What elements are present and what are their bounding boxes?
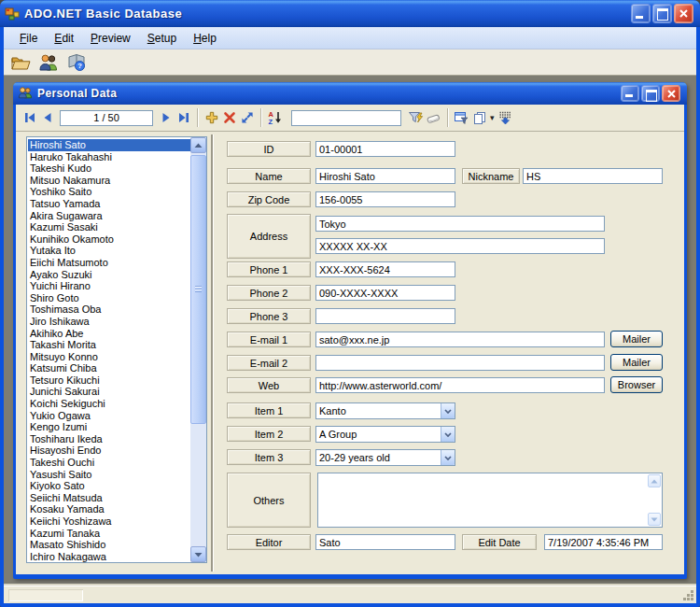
list-item[interactable]: Yasushi Saito xyxy=(28,469,190,481)
maximize-button[interactable] xyxy=(652,4,672,23)
item1-select[interactable]: Kanto xyxy=(315,402,455,419)
list-item[interactable]: Seiichi Matsuda xyxy=(28,492,190,504)
help-book-icon[interactable]: ? xyxy=(65,51,88,74)
main-titlebar: ADO.NET Basic Database xyxy=(0,0,700,27)
list-item[interactable]: Tatsuo Yamada xyxy=(28,198,190,210)
clear-filter-eraser-icon[interactable] xyxy=(425,109,442,127)
list-item[interactable]: Kosaku Yamada xyxy=(28,503,190,515)
open-folder-icon[interactable] xyxy=(9,51,32,74)
add-record-icon[interactable] xyxy=(203,109,220,127)
list-item[interactable]: Kazumi Tanaka xyxy=(28,528,190,540)
last-record-button[interactable] xyxy=(175,109,192,127)
item2-select[interactable]: A Group xyxy=(315,426,455,443)
list-item[interactable]: Yuichi Hirano xyxy=(28,280,190,292)
list-item[interactable]: Takeshi Ouchi xyxy=(28,457,190,469)
phone1-field[interactable] xyxy=(315,261,455,277)
chevron-down-icon[interactable] xyxy=(441,403,455,418)
edit-date-field[interactable] xyxy=(544,534,663,550)
list-item[interactable]: Junichi Sakurai xyxy=(28,386,190,398)
list-item[interactable]: Mitsuo Nakamura xyxy=(28,175,190,187)
email2-field[interactable] xyxy=(315,355,605,371)
browser-button[interactable]: Browser xyxy=(610,376,663,393)
scroll-down-icon[interactable] xyxy=(190,546,206,562)
list-item[interactable]: Haruko Takahashi xyxy=(28,151,190,163)
email1-field[interactable] xyxy=(315,332,605,347)
list-item[interactable]: Jiro Ishikawa xyxy=(28,316,190,328)
others-field[interactable] xyxy=(317,473,663,528)
menu-preview[interactable]: Preview xyxy=(82,29,139,48)
refresh-icon[interactable] xyxy=(238,109,256,127)
scroll-up-icon[interactable] xyxy=(190,137,206,153)
child-maximize-button[interactable] xyxy=(641,85,660,102)
phone2-field[interactable] xyxy=(315,285,455,301)
list-item[interactable]: Toshimasa Oba xyxy=(28,304,190,316)
list-item[interactable]: Toshiharu Ikeda xyxy=(28,433,190,445)
list-item[interactable]: Shiro Goto xyxy=(28,292,190,304)
copy-dropdown-caret[interactable]: ▾ xyxy=(490,113,495,122)
list-item[interactable]: Tetsuro Kikuchi xyxy=(28,374,190,387)
nickname-field[interactable] xyxy=(523,168,663,184)
chevron-down-icon[interactable] xyxy=(441,427,455,442)
sort-az-icon[interactable]: A Z xyxy=(266,109,284,127)
copy-layout-icon[interactable] xyxy=(470,109,488,127)
list-item[interactable]: Takashi Morita xyxy=(28,339,190,351)
list-item[interactable]: Katsumi Chiba xyxy=(28,362,190,374)
list-item[interactable]: Mitsuyo Konno xyxy=(28,351,190,363)
scroll-down-icon[interactable] xyxy=(648,513,661,526)
address-line2-field[interactable] xyxy=(315,238,605,254)
export-grid-icon[interactable] xyxy=(497,109,514,127)
item3-select[interactable]: 20-29 years old xyxy=(315,449,455,466)
list-item[interactable]: Kiyoko Sato xyxy=(28,480,190,492)
main-window: ADO.NET Basic Database File Edit Preview… xyxy=(0,0,700,607)
menu-edit[interactable]: Edit xyxy=(46,29,82,48)
phone1-label: Phone 1 xyxy=(227,261,311,277)
chevron-down-icon[interactable] xyxy=(441,450,455,465)
menu-help[interactable]: Help xyxy=(185,29,225,48)
list-item[interactable]: Ayako Suzuki xyxy=(28,269,190,281)
close-button[interactable] xyxy=(674,4,693,23)
list-item[interactable]: Yutaka Ito xyxy=(28,245,190,257)
list-scrollbar[interactable] xyxy=(190,137,206,562)
mailer2-button[interactable]: Mailer xyxy=(610,354,663,371)
list-item[interactable]: Takeshi Kudo xyxy=(28,162,190,175)
child-close-button[interactable] xyxy=(662,85,680,102)
address-line1-field[interactable] xyxy=(315,216,605,232)
list-item[interactable]: Yukio Ogawa xyxy=(28,410,190,422)
list-item[interactable]: Keiichi Yoshizawa xyxy=(28,515,190,528)
next-record-button[interactable] xyxy=(157,109,175,127)
list-item[interactable]: Ichiro Nakagawa xyxy=(28,551,190,563)
id-field[interactable] xyxy=(315,141,455,157)
list-item[interactable]: Yoshiko Saito xyxy=(28,186,190,198)
scroll-up-icon[interactable] xyxy=(648,474,661,487)
mailer1-button[interactable]: Mailer xyxy=(610,331,663,347)
child-minimize-button[interactable] xyxy=(621,85,639,102)
menu-file[interactable]: File xyxy=(11,29,46,48)
list-item[interactable]: Kazumi Sasaki xyxy=(28,221,190,233)
address-book-users-icon[interactable] xyxy=(37,51,60,74)
list-item[interactable]: Koichi Sekiguchi xyxy=(28,398,190,410)
scrollbar-thumb[interactable] xyxy=(190,155,206,424)
delete-record-icon[interactable] xyxy=(220,109,238,127)
list-item[interactable]: Akihiko Abe xyxy=(28,328,190,340)
web-field[interactable] xyxy=(315,377,605,393)
phone3-field[interactable] xyxy=(315,308,455,324)
list-item[interactable]: Masato Shishido xyxy=(28,539,190,551)
resize-grip-icon[interactable] xyxy=(682,589,694,601)
list-item[interactable]: Eiichi Matsumoto xyxy=(28,257,190,269)
list-item[interactable]: Hisayoshi Endo xyxy=(28,445,190,457)
first-record-button[interactable] xyxy=(21,109,38,127)
editor-field[interactable] xyxy=(315,534,455,550)
minimize-button[interactable] xyxy=(631,4,651,23)
zip-field[interactable] xyxy=(315,191,455,207)
name-field[interactable] xyxy=(315,168,455,184)
list-item[interactable]: Kengo Izumi xyxy=(28,421,190,433)
panel-splitter[interactable] xyxy=(211,134,213,572)
search-input[interactable] xyxy=(291,110,401,126)
previous-record-button[interactable] xyxy=(38,109,56,127)
menu-setup[interactable]: Setup xyxy=(139,29,185,48)
list-item[interactable]: Hiroshi Sato xyxy=(28,139,190,151)
list-item[interactable]: Akira Sugawara xyxy=(28,210,190,222)
filter-icon[interactable] xyxy=(407,109,425,127)
form-filter-icon[interactable] xyxy=(453,109,470,127)
list-item[interactable]: Kunihiko Okamoto xyxy=(28,233,190,246)
